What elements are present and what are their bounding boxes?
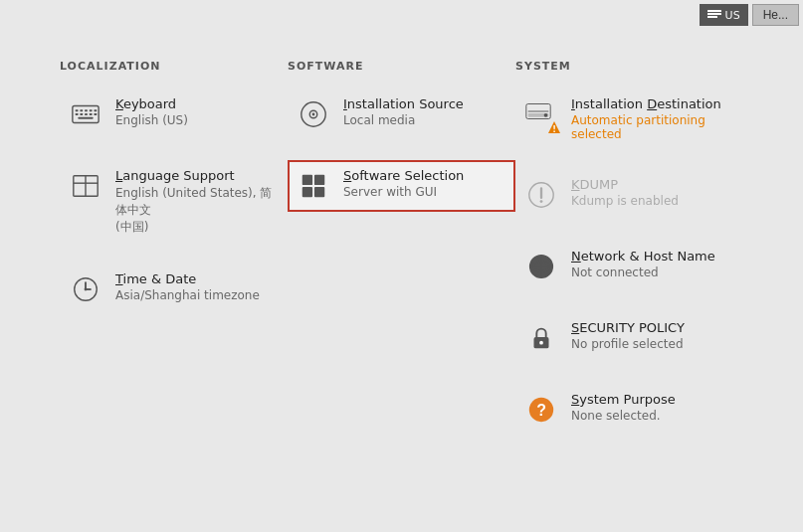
language-icon	[68, 168, 103, 204]
localization-title: LOCALIZATION	[60, 60, 288, 73]
keyboard-icon	[68, 96, 103, 132]
svg-point-42	[539, 341, 543, 345]
system-purpose-text: System Purpose None selected.	[571, 392, 676, 423]
svg-point-31	[544, 113, 548, 117]
svg-rect-27	[302, 187, 312, 197]
security-subtitle: No profile selected	[571, 337, 685, 351]
installation-source-text: Installation Source Local media	[343, 96, 464, 127]
time-text: Time & Date Asia/Shanghai timezone	[115, 271, 260, 302]
kdump-label: KDUMP	[571, 177, 679, 192]
section-software: SOFTWARE Installation Source Local media	[288, 60, 515, 455]
language-text: Language Support English (United States)…	[115, 168, 275, 236]
svg-rect-2	[707, 16, 717, 18]
svg-rect-1	[707, 13, 721, 15]
installation-source-subtitle: Local media	[343, 113, 464, 127]
installation-destination-label: Installation Destination	[571, 96, 730, 111]
time-subtitle: Asia/Shanghai timezone	[115, 288, 260, 302]
svg-rect-26	[314, 175, 324, 185]
section-system: SYSTEM ! Installation Desti	[515, 60, 743, 455]
svg-point-37	[540, 200, 543, 203]
item-system-purpose[interactable]: ? System Purpose None selected.	[515, 384, 743, 436]
svg-rect-25	[302, 175, 312, 185]
svg-point-21	[85, 288, 88, 291]
hdd-icon-wrapper: !	[523, 96, 559, 132]
keyboard-label: Keyboard	[115, 96, 188, 111]
item-kdump[interactable]: KDUMP Kdump is enabled	[515, 169, 743, 221]
network-icon	[523, 249, 559, 284]
kb-locale: US	[725, 9, 740, 22]
security-label: SECURITY POLICY	[571, 320, 685, 335]
software-selection-text: Software Selection Server with GUI	[343, 168, 464, 199]
item-time[interactable]: Time & Date Asia/Shanghai timezone	[60, 264, 288, 315]
svg-rect-14	[79, 117, 94, 119]
item-software-selection[interactable]: Software Selection Server with GUI	[288, 160, 515, 212]
svg-rect-11	[85, 113, 88, 115]
svg-rect-8	[94, 109, 97, 111]
network-text: Network & Host Name Not connected	[571, 249, 715, 279]
software-selection-subtitle: Server with GUI	[343, 185, 464, 199]
kdump-text: KDUMP Kdump is enabled	[571, 177, 679, 208]
keyboard-text: Keyboard English (US)	[115, 96, 188, 127]
installation-destination-subtitle: Automatic partitioning selected	[571, 113, 730, 141]
svg-text:?: ?	[536, 402, 546, 419]
help-button[interactable]: He...	[752, 4, 799, 26]
svg-rect-6	[85, 109, 88, 111]
svg-rect-7	[90, 109, 93, 111]
item-security[interactable]: SECURITY POLICY No profile selected	[515, 312, 743, 364]
system-purpose-subtitle: None selected.	[571, 409, 676, 423]
svg-rect-10	[80, 113, 83, 115]
network-label: Network & Host Name	[571, 249, 715, 264]
item-installation-destination[interactable]: ! Installation Destination Automatic par…	[515, 89, 743, 149]
system-title: SYSTEM	[515, 60, 743, 73]
installation-source-label: Installation Source	[343, 96, 464, 111]
time-icon	[68, 271, 103, 307]
network-subtitle: Not connected	[571, 266, 715, 279]
keyboard-subtitle: English (US)	[115, 113, 188, 127]
item-network[interactable]: Network & Host Name Not connected	[515, 241, 743, 292]
svg-rect-12	[90, 113, 93, 115]
item-language[interactable]: Language Support English (United States)…	[60, 160, 288, 244]
svg-rect-13	[94, 113, 97, 115]
svg-point-24	[312, 113, 315, 116]
language-subtitle: English (United States), 简体中文(中国)	[115, 185, 275, 236]
software-icon	[296, 168, 331, 204]
svg-rect-28	[314, 187, 324, 197]
kdump-subtitle: Kdump is enabled	[571, 194, 679, 208]
question-icon: ?	[523, 392, 559, 428]
svg-rect-0	[707, 10, 721, 12]
software-title: SOFTWARE	[288, 60, 515, 73]
top-bar: US He...	[0, 0, 803, 30]
item-keyboard[interactable]: Keyboard English (US)	[60, 89, 288, 140]
lock-icon	[523, 320, 559, 356]
kdump-icon	[523, 177, 559, 213]
language-label: Language Support	[115, 168, 275, 183]
installation-destination-text: Installation Destination Automatic parti…	[571, 96, 730, 141]
svg-rect-4	[76, 109, 79, 111]
main-content: LOCALIZATION	[0, 30, 803, 532]
time-label: Time & Date	[115, 271, 260, 286]
item-installation-source[interactable]: Installation Source Local media	[288, 89, 515, 140]
svg-text:!: !	[552, 125, 556, 134]
system-purpose-label: System Purpose	[571, 392, 676, 407]
software-selection-label: Software Selection	[343, 168, 464, 183]
keyboard-indicator: US	[700, 4, 748, 26]
disc-icon	[296, 96, 331, 132]
svg-rect-9	[76, 113, 79, 115]
sections-row: LOCALIZATION	[60, 60, 743, 455]
svg-rect-5	[80, 109, 83, 111]
security-text: SECURITY POLICY No profile selected	[571, 320, 685, 351]
section-localization: LOCALIZATION	[60, 60, 288, 455]
